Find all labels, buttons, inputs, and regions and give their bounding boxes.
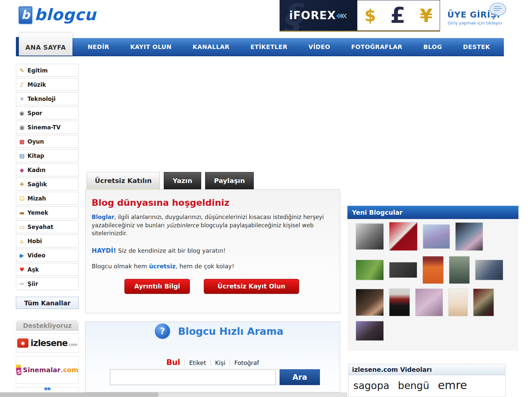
video-tag[interactable]: emre bbox=[438, 378, 467, 392]
channel-label: Sinema-TV bbox=[27, 124, 61, 131]
sidebar-channel-item[interactable]: ▬ Yemek bbox=[16, 206, 79, 219]
tab-yazin[interactable]: Yazın bbox=[164, 172, 201, 189]
sidebar-channel-item[interactable]: ▣ Sinema-TV bbox=[16, 121, 79, 134]
partner-third-logo[interactable]: ❝ bbox=[16, 387, 79, 392]
channel-icon: ◆ bbox=[16, 167, 27, 173]
search-filters: Bul Etiket Kişi Fotoğraf bbox=[85, 358, 340, 367]
nav-item[interactable]: KAYIT OLUN bbox=[130, 43, 171, 50]
sidebar-channel-item[interactable]: ▭ Seyahat bbox=[16, 220, 79, 233]
blogger-avatar[interactable] bbox=[389, 289, 410, 316]
channel-icon: ▶ bbox=[16, 252, 27, 259]
nav-item[interactable]: BLOG bbox=[423, 43, 442, 50]
channel-label: Mizah bbox=[27, 195, 46, 202]
search-input[interactable] bbox=[110, 369, 276, 385]
welcome-intro: Bloglar, ilgili alanlarınızı, duyguların… bbox=[92, 213, 328, 238]
free-register-button[interactable]: Ücretsiz Kayıt Olun bbox=[204, 279, 299, 294]
blogger-avatar[interactable] bbox=[389, 222, 417, 250]
nav-item[interactable]: NEDİR bbox=[88, 43, 109, 50]
search-filter-option[interactable]: Fotoğraf bbox=[230, 359, 263, 366]
sidebar-channel-item[interactable]: ▤ Kitap bbox=[16, 149, 79, 162]
channel-label: Hobi bbox=[27, 238, 42, 244]
nav-item[interactable]: ETİKETLER bbox=[250, 43, 288, 50]
blogger-avatar[interactable] bbox=[356, 224, 383, 249]
channel-list: ✎ Egitim ♪ Müzik ✳ Teknoloji ◉ Spor ▣ Si… bbox=[16, 64, 79, 291]
welcome-heading: Blog dünyasına hoşgeldiniz bbox=[92, 198, 333, 208]
tab-paylasin[interactable]: Paylaşın bbox=[205, 172, 254, 189]
nav-item[interactable]: DESTEK bbox=[463, 43, 490, 50]
nav-item[interactable]: VİDEO bbox=[308, 43, 330, 50]
channel-label: Teknoloji bbox=[27, 96, 56, 102]
channel-icon: ✳ bbox=[16, 96, 27, 102]
page: b blogcu § iFOREX«« $ £ ¥ ÜYE GİRİŞİ Gir… bbox=[0, 0, 532, 397]
nav-item-home[interactable]: ANA SAYFA bbox=[19, 33, 72, 56]
horizontal-scrollbar-thumb[interactable] bbox=[0, 392, 159, 397]
sidebar-channel-item[interactable]: ◉ Spor bbox=[16, 107, 79, 119]
video-tag[interactable]: bengü bbox=[398, 380, 429, 391]
channel-icon: ☺ bbox=[16, 195, 27, 202]
ucretsiz-link[interactable]: ücretsiz bbox=[149, 263, 176, 270]
blogger-avatar[interactable] bbox=[473, 289, 494, 316]
sidebar-channel-item[interactable]: ⌂ Hobi bbox=[16, 235, 79, 247]
channel-label: Oyun bbox=[27, 138, 44, 145]
sidebar-channel-item[interactable]: ✚ Sağlık bbox=[16, 178, 79, 191]
sidebar-channel-item[interactable]: ♪ Müzik bbox=[16, 78, 79, 91]
question-mark-icon: ? bbox=[155, 324, 170, 339]
channel-label: Kadın bbox=[27, 167, 46, 173]
currency-symbol-icon: ¥ bbox=[420, 5, 432, 26]
channel-icon: ▩ bbox=[16, 138, 27, 145]
blogcu-logo-icon[interactable]: b bbox=[18, 6, 33, 24]
partner-izlesene-logo[interactable]: ◉ izlesene .com bbox=[16, 333, 79, 353]
new-bloggers-header: Yeni Blogcular bbox=[347, 206, 518, 219]
sidebar-channel-item[interactable]: ▩ Oyun bbox=[16, 135, 79, 148]
blogger-avatar[interactable] bbox=[423, 225, 450, 248]
izlesene-videos-header: izlesene.com Videoları bbox=[348, 364, 506, 375]
search-button[interactable]: Ara bbox=[280, 369, 320, 385]
nav-item[interactable]: FOTOĞRAFLAR bbox=[351, 43, 402, 50]
channel-label: Spor bbox=[27, 110, 42, 116]
blogger-avatar[interactable] bbox=[356, 321, 383, 340]
sidebar-channel-item[interactable]: ✑ Şiir bbox=[16, 277, 79, 290]
nav-items: NEDİR KAYIT OLUN KANALLAR ETİKETLER VİDE… bbox=[77, 38, 501, 56]
currency-symbol-icon: £ bbox=[390, 3, 405, 28]
channel-label: Kitap bbox=[27, 153, 44, 159]
all-channels-button[interactable]: Tüm Kanallar bbox=[16, 297, 79, 309]
blogger-avatar[interactable] bbox=[356, 260, 383, 280]
blogger-avatar[interactable] bbox=[449, 256, 469, 284]
blogger-avatar[interactable] bbox=[416, 289, 443, 316]
search-filter-option[interactable]: Etiket bbox=[185, 359, 210, 366]
sidebar-channel-item[interactable]: ◆ Kadın bbox=[16, 163, 79, 176]
quote-icon: ❝ bbox=[43, 387, 51, 393]
blogger-avatar[interactable] bbox=[356, 289, 383, 316]
detailed-info-button[interactable]: Ayrıntılı Bilgi bbox=[124, 279, 190, 294]
speech-bubble-icon bbox=[490, 3, 506, 16]
free-line: Blogcu olmak hem ücretsiz, hem de çok ko… bbox=[92, 263, 333, 270]
search-filter-option[interactable]: Kişi bbox=[210, 359, 230, 366]
channel-icon: ✎ bbox=[16, 67, 27, 74]
channel-label: Yemek bbox=[27, 209, 48, 216]
nav-item[interactable]: KANALLAR bbox=[193, 43, 230, 50]
channel-icon: ▤ bbox=[16, 153, 27, 159]
channel-icon: ✚ bbox=[16, 181, 27, 188]
blogger-avatar[interactable] bbox=[475, 260, 503, 280]
blogger-avatar[interactable] bbox=[449, 289, 467, 316]
iforex-ad-banner[interactable]: § iFOREX«« $ £ ¥ bbox=[280, 0, 440, 32]
sidebar-channel-item[interactable]: ✳ Teknoloji bbox=[16, 92, 79, 105]
blogger-avatar[interactable] bbox=[456, 223, 483, 250]
search-filter-option[interactable]: Bul bbox=[162, 358, 185, 367]
blogcu-logo-text[interactable]: blogcu bbox=[34, 5, 96, 24]
bloglar-link[interactable]: Bloglar bbox=[92, 214, 114, 220]
sidebar-channel-item[interactable]: ✎ Egitim bbox=[16, 64, 79, 77]
sidebar-channel-item[interactable]: ▶ Video bbox=[16, 249, 79, 262]
sidebar-channel-item[interactable]: ♥ Aşk bbox=[16, 263, 79, 276]
channel-icon: ▣ bbox=[16, 124, 27, 131]
blogger-avatar[interactable] bbox=[423, 256, 443, 284]
video-tag[interactable]: sagopa bbox=[353, 380, 389, 391]
partner-sinemalar-logo[interactable]: S Sinemalar .com bbox=[16, 356, 79, 384]
tab-ucretsiz-katilin[interactable]: Ücretsiz Katılın bbox=[87, 172, 160, 189]
blogger-avatar[interactable] bbox=[389, 262, 417, 278]
channel-icon: ⌂ bbox=[16, 238, 27, 244]
channel-icon: ▭ bbox=[16, 224, 27, 230]
sidebar-channel-item[interactable]: ☺ Mizah bbox=[16, 192, 79, 205]
popcorn-icon: S bbox=[16, 364, 22, 375]
member-login-subtitle[interactable]: Giriş yapmak için tıklayın bbox=[448, 21, 502, 25]
